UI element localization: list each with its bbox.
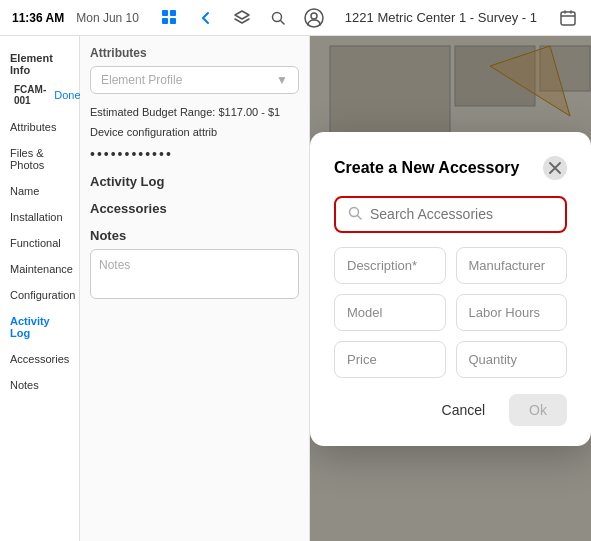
status-bar: 11:36 AM Mon Jun 10	[0, 0, 591, 36]
status-bar-right	[557, 7, 579, 29]
map-panel: SMKD-001 LU... Create a New Accessory	[310, 36, 591, 541]
element-info-label: Element Info	[0, 44, 79, 80]
svg-rect-3	[170, 18, 176, 24]
nav-icons	[159, 7, 325, 29]
grid-icon[interactable]	[159, 7, 181, 29]
estimated-budget: Estimated Budget Range: $117.00 - $1	[90, 106, 299, 118]
price-field[interactable]: Price	[334, 341, 446, 378]
device-config: Device configuration attrib	[90, 126, 299, 138]
sidebar-item-installation[interactable]: Installation	[0, 204, 79, 230]
left-panel: Attributes Element Profile ▼ Estimated B…	[80, 36, 310, 541]
modal-close-button[interactable]	[543, 156, 567, 180]
svg-rect-1	[170, 10, 176, 16]
search-accessories-box[interactable]	[334, 196, 567, 233]
status-bar-left: 11:36 AM Mon Jun 10	[12, 11, 139, 25]
cancel-button[interactable]: Cancel	[430, 396, 498, 424]
sidebar-item-accessories[interactable]: Accessories	[0, 346, 79, 372]
search-nav-icon[interactable]	[267, 7, 289, 29]
notes-input[interactable]: Notes	[90, 249, 299, 299]
svg-point-6	[311, 13, 317, 19]
profile-icon[interactable]	[303, 7, 325, 29]
notes-section: Notes Notes	[90, 228, 299, 299]
description-field[interactable]: Description*	[334, 247, 446, 284]
modal-footer: Cancel Ok	[334, 394, 567, 426]
calendar-icon[interactable]	[557, 7, 579, 29]
element-profile-dropdown[interactable]: Element Profile ▼	[90, 66, 299, 94]
content-area: Attributes Element Profile ▼ Estimated B…	[80, 36, 591, 541]
model-field[interactable]: Model	[334, 294, 446, 331]
main-layout: Element Info FCAM-001 Done Attributes Fi…	[0, 36, 591, 541]
quantity-field[interactable]: Quantity	[456, 341, 568, 378]
ok-button[interactable]: Ok	[509, 394, 567, 426]
attributes-label: Attributes	[90, 46, 299, 60]
notes-title: Notes	[90, 228, 299, 243]
dots-value: ••••••••••••	[90, 146, 299, 162]
app-title: 1221 Metric Center 1 - Survey - 1	[345, 10, 537, 25]
modal-backdrop: Create a New Accessory	[310, 36, 591, 541]
activity-log-section: Activity Log	[90, 174, 299, 189]
svg-rect-7	[561, 12, 575, 25]
sidebar-item-attributes[interactable]: Attributes	[0, 114, 79, 140]
create-accessory-modal: Create a New Accessory	[310, 132, 591, 446]
search-icon	[348, 206, 362, 223]
modal-title: Create a New Accessory	[334, 159, 519, 177]
sidebar-item-name[interactable]: Name	[0, 178, 79, 204]
back-icon[interactable]	[195, 7, 217, 29]
sidebar-item-maintenance[interactable]: Maintenance	[0, 256, 79, 282]
modal-header: Create a New Accessory	[334, 156, 567, 180]
sidebar-item-files[interactable]: Files & Photos	[0, 140, 79, 178]
status-time: 11:36 AM	[12, 11, 64, 25]
manufacturer-field[interactable]: Manufacturer	[456, 247, 568, 284]
svg-rect-2	[162, 18, 168, 24]
accessories-title: Accessories	[90, 201, 299, 216]
layers-icon[interactable]	[231, 7, 253, 29]
status-date: Mon Jun 10	[76, 11, 139, 25]
activity-log-title: Activity Log	[90, 174, 299, 189]
svg-rect-0	[162, 10, 168, 16]
form-fields-grid: Description* Manufacturer Model Labor Ho…	[334, 247, 567, 378]
element-info-badge: FCAM-001 Done	[0, 80, 79, 114]
element-badge-id: FCAM-001	[14, 84, 46, 106]
labor-hours-field[interactable]: Labor Hours	[456, 294, 568, 331]
profile-placeholder: Element Profile	[101, 73, 182, 87]
accessories-section: Accessories	[90, 201, 299, 216]
sidebar-item-activity-log[interactable]: Activity Log	[0, 308, 79, 346]
sidebar-item-functional[interactable]: Functional	[0, 230, 79, 256]
sidebar-item-configuration[interactable]: Configuration	[0, 282, 79, 308]
dropdown-chevron-icon: ▼	[276, 73, 288, 87]
search-accessories-input[interactable]	[370, 206, 553, 222]
notes-placeholder: Notes	[99, 258, 130, 272]
sidebar: Element Info FCAM-001 Done Attributes Fi…	[0, 36, 80, 541]
sidebar-item-notes[interactable]: Notes	[0, 372, 79, 398]
